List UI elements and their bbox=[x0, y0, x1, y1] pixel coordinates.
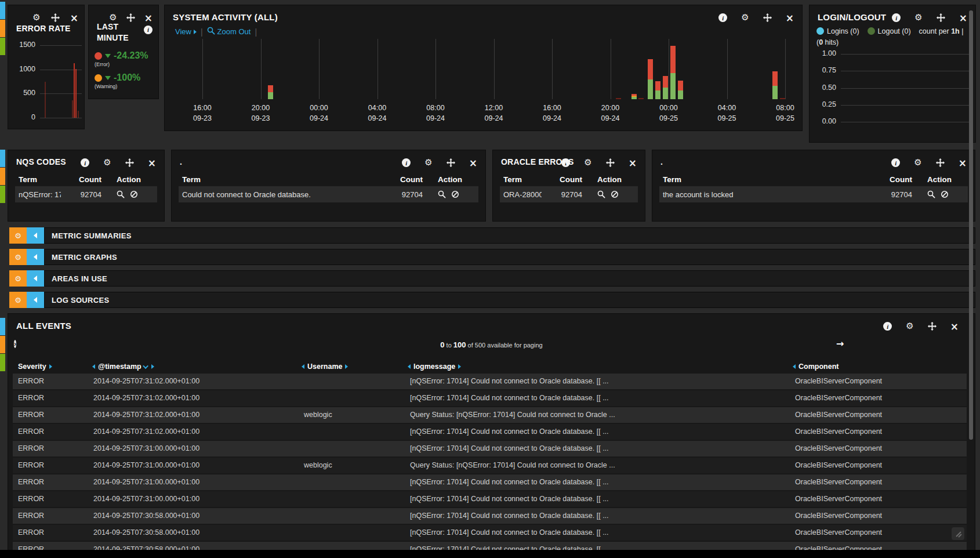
column-header-severity[interactable]: Severity bbox=[18, 363, 52, 371]
gear-icon[interactable]: ⚙ bbox=[14, 274, 21, 283]
move-icon[interactable] bbox=[447, 158, 455, 167]
search-icon[interactable] bbox=[207, 27, 215, 35]
move-icon[interactable] bbox=[51, 13, 60, 22]
stacked-bar[interactable] bbox=[772, 71, 778, 99]
info-icon[interactable]: i bbox=[81, 158, 89, 167]
gear-icon[interactable]: ⚙ bbox=[32, 13, 40, 22]
close-icon[interactable]: × bbox=[959, 159, 967, 167]
move-left-icon[interactable] bbox=[408, 364, 411, 369]
row-tab-orange-tab-2[interactable] bbox=[0, 336, 5, 353]
collapsed-row-title-bar[interactable]: METRIC SUMMARIES bbox=[44, 227, 975, 244]
event-row[interactable]: ERROR2014-09-25T07:31:00.000+01:00[nQSEr… bbox=[13, 474, 967, 490]
move-left-icon[interactable] bbox=[793, 364, 796, 369]
close-icon[interactable]: × bbox=[148, 159, 156, 167]
ban-icon[interactable] bbox=[451, 190, 459, 198]
gear-icon[interactable]: ⚙ bbox=[103, 158, 111, 167]
event-row[interactable]: ERROR2014-09-25T07:30:58.000+01:00[nQSEr… bbox=[13, 508, 967, 524]
gear-icon[interactable]: ⚙ bbox=[14, 253, 21, 262]
page-scrollbar[interactable] bbox=[969, 10, 973, 440]
collapsed-row-title-bar[interactable]: AREAS IN USE bbox=[44, 270, 975, 287]
gear-icon[interactable]: ⚙ bbox=[109, 13, 117, 22]
term-row[interactable]: ORA-2800092704 bbox=[500, 186, 638, 202]
row-expand-button[interactable] bbox=[27, 292, 44, 308]
row-settings-button[interactable]: ⚙ bbox=[9, 249, 27, 265]
stacked-bar[interactable] bbox=[670, 46, 676, 99]
gear-icon[interactable]: ⚙ bbox=[424, 158, 432, 167]
close-icon[interactable]: × bbox=[786, 14, 794, 22]
move-right-icon[interactable] bbox=[345, 364, 348, 369]
column-header-timestamp[interactable]: @timestamp bbox=[92, 363, 154, 371]
legend-item[interactable]: Logout (0) bbox=[868, 27, 911, 35]
move-icon[interactable] bbox=[928, 322, 937, 331]
info-icon[interactable]: i bbox=[883, 322, 892, 331]
row-settings-button[interactable]: ⚙ bbox=[9, 270, 27, 287]
ban-icon[interactable] bbox=[941, 190, 949, 198]
event-row[interactable]: ERROR2014-09-25T07:31:02.000+01:00weblog… bbox=[13, 407, 967, 423]
stacked-bar[interactable] bbox=[678, 81, 683, 99]
stacked-bar[interactable] bbox=[648, 59, 653, 99]
row-expand-button[interactable] bbox=[27, 270, 44, 287]
move-icon[interactable] bbox=[606, 158, 615, 167]
close-icon[interactable]: × bbox=[469, 159, 477, 167]
info-icon[interactable]: i bbox=[144, 26, 153, 34]
move-icon[interactable] bbox=[126, 13, 135, 22]
search-icon[interactable] bbox=[597, 190, 605, 198]
gear-icon[interactable]: ⚙ bbox=[741, 13, 749, 22]
term-row[interactable]: nQSError: 1701492704 bbox=[15, 186, 157, 202]
arrow-right-icon[interactable]: → bbox=[836, 338, 844, 349]
row-tab-blue-tab-0[interactable] bbox=[0, 2, 5, 19]
move-left-icon[interactable] bbox=[302, 364, 304, 369]
info-icon[interactable]: i bbox=[891, 158, 900, 167]
collapsed-row-title-bar[interactable]: LOG SOURCES bbox=[44, 292, 975, 308]
event-row[interactable]: ERROR2014-09-25T07:31:02.000+01:00[nQSEr… bbox=[13, 374, 967, 389]
event-row[interactable]: ERROR2014-09-25T07:31:02.000+01:00[nQSEr… bbox=[13, 424, 967, 440]
gear-icon[interactable]: ⚙ bbox=[14, 296, 21, 305]
close-icon[interactable]: × bbox=[629, 159, 637, 167]
gear-icon[interactable]: ⚙ bbox=[906, 322, 913, 331]
stacked-bar[interactable] bbox=[655, 81, 660, 99]
row-tab-blue-tab-2[interactable] bbox=[0, 318, 5, 335]
event-row[interactable]: ERROR2014-09-25T07:30:58.000+01:00[nQSEr… bbox=[13, 525, 967, 541]
move-right-icon[interactable] bbox=[151, 364, 154, 369]
close-icon[interactable]: × bbox=[70, 14, 78, 22]
info-icon[interactable]: i bbox=[402, 158, 411, 167]
sort-desc-icon[interactable] bbox=[143, 363, 148, 369]
stacked-bar[interactable] bbox=[663, 76, 668, 99]
row-expand-button[interactable] bbox=[27, 249, 44, 265]
gear-icon[interactable]: ⚙ bbox=[584, 158, 591, 167]
row-settings-button[interactable]: ⚙ bbox=[9, 227, 27, 244]
term-row[interactable]: Could not connect to Oracle database.927… bbox=[179, 186, 478, 202]
row-tab-green-tab-0[interactable] bbox=[0, 38, 5, 55]
close-icon[interactable]: × bbox=[144, 14, 153, 22]
column-header-username[interactable]: Username bbox=[302, 363, 348, 371]
event-row[interactable]: ERROR2014-09-25T07:31:00.000+01:00[nQSEr… bbox=[13, 491, 967, 507]
gear-icon[interactable]: ⚙ bbox=[914, 158, 921, 167]
event-row[interactable]: ERROR2014-09-25T07:31:00.000+01:00[nQSEr… bbox=[13, 441, 967, 456]
search-icon[interactable] bbox=[927, 190, 935, 198]
stacked-bar[interactable] bbox=[268, 85, 273, 99]
move-right-icon[interactable] bbox=[458, 364, 461, 369]
collapsed-row-title-bar[interactable]: METRIC GRAPHS bbox=[44, 249, 975, 265]
column-header-component[interactable]: Component bbox=[793, 363, 839, 371]
row-expand-button[interactable] bbox=[27, 227, 44, 244]
event-row[interactable]: ERROR2014-09-25T07:31:00.000+01:00weblog… bbox=[13, 458, 967, 473]
next-page-button[interactable]: → bbox=[836, 338, 844, 349]
row-tab-blue-tab-1[interactable] bbox=[0, 150, 5, 167]
move-right-icon[interactable] bbox=[49, 364, 52, 369]
resize-grip[interactable] bbox=[952, 527, 964, 540]
term-row[interactable]: the account is locked92704 bbox=[659, 186, 968, 202]
view-link[interactable]: View bbox=[175, 27, 197, 36]
row-settings-button[interactable]: ⚙ bbox=[9, 292, 27, 308]
column-header-logmessage[interactable]: logmessage bbox=[408, 363, 461, 371]
stacked-bar[interactable] bbox=[638, 98, 644, 99]
row-tab-orange-tab-0[interactable] bbox=[0, 20, 5, 37]
gear-icon[interactable]: ⚙ bbox=[914, 13, 922, 22]
event-row[interactable]: ERROR2014-09-25T07:31:02.000+01:00[nQSEr… bbox=[13, 390, 967, 406]
legend-item[interactable]: Logins (0) bbox=[816, 27, 859, 35]
row-tab-green-tab-2[interactable] bbox=[0, 354, 5, 371]
ban-icon[interactable] bbox=[130, 190, 138, 198]
move-icon[interactable] bbox=[937, 13, 945, 22]
move-left-icon[interactable] bbox=[92, 364, 95, 369]
row-tab-orange-tab-1[interactable] bbox=[0, 168, 5, 185]
info-icon[interactable]: i bbox=[892, 13, 901, 22]
